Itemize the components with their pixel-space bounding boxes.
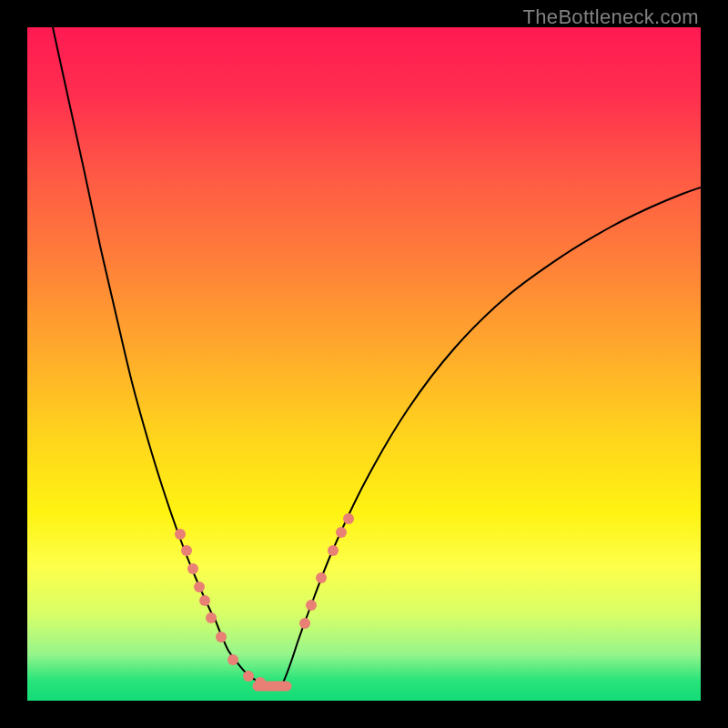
data-dot [175,529,186,540]
data-dot [194,581,205,592]
left-dot-cluster [175,529,266,688]
data-dot [255,677,266,688]
data-dot [181,545,192,556]
data-dot [228,654,238,665]
data-dot [243,671,254,682]
left-curve-path [53,27,278,689]
right-curve-path [278,187,701,689]
left-curve [53,27,278,689]
data-dot [336,527,347,538]
data-dot [343,513,354,524]
data-dot [216,632,227,642]
data-dot [299,618,310,629]
data-dot [328,545,339,556]
chart-frame: TheBottleneck.com [0,0,728,728]
data-dot [306,600,317,611]
watermark-text: TheBottleneck.com [523,5,699,29]
data-dot [206,612,217,623]
plot-area [27,27,701,701]
data-dot [187,563,198,574]
right-curve [278,187,701,689]
right-dot-cluster [299,513,354,629]
data-dot [316,572,327,583]
data-dot [199,595,210,606]
curves-svg [27,27,701,701]
